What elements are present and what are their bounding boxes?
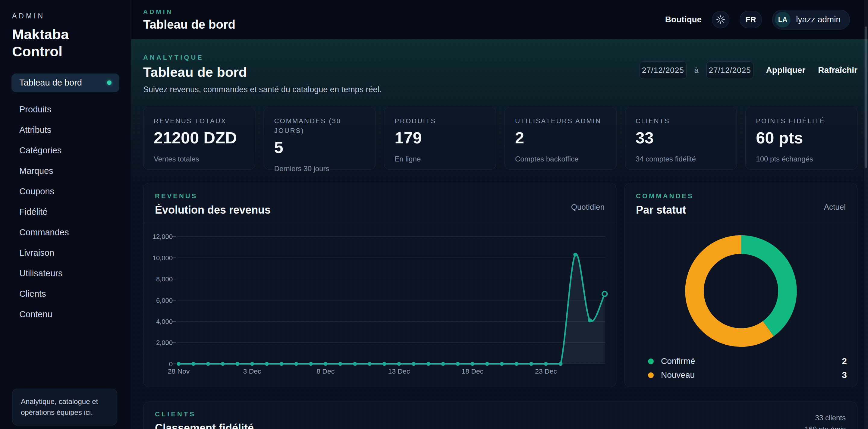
- orders-period-badge: Actuel: [824, 202, 846, 222]
- user-menu[interactable]: LA lyazz admin: [772, 10, 850, 30]
- stat-card: UTILISATEURS ADMIN2Comptes backoffice: [504, 107, 617, 170]
- dashboard-content: ANALYTIQUE Tableau de bord Suivez revenu…: [131, 39, 868, 429]
- legend-label: Nouveau: [661, 370, 695, 380]
- loyalty-eyebrow: CLIENTS: [155, 410, 390, 418]
- sidebar-item-tableau-de-bord[interactable]: Tableau de bord: [11, 73, 119, 92]
- svg-text:0: 0: [169, 360, 173, 368]
- stat-card: POINTS FIDÉLITÉ60 pts100 pts échangés: [745, 107, 858, 170]
- date-separator: à: [694, 66, 699, 75]
- sidebar-item-label: Commandes: [19, 227, 69, 237]
- sidebar-item-attributs[interactable]: Attributs: [11, 120, 119, 140]
- sidebar-item-label: Coupons: [19, 187, 54, 196]
- sidebar-brand: Maktaba Control: [12, 26, 90, 60]
- avatar: LA: [775, 12, 790, 27]
- charts-row: REVENUS Évolution des revenus Quotidien …: [143, 183, 858, 387]
- topbar-actions: Boutique FR LA lyazz admin: [665, 10, 850, 30]
- stat-subtitle: 34 comptes fidélité: [636, 155, 727, 163]
- svg-text:4,000: 4,000: [156, 318, 173, 325]
- sidebar-item-cat-gories[interactable]: Catégories: [11, 140, 119, 161]
- refresh-button[interactable]: Rafraîchir: [818, 65, 858, 75]
- scrollbar-thumb[interactable]: [865, 27, 867, 168]
- sidebar-note: Analytique, catalogue et opérations équi…: [12, 389, 117, 425]
- theme-toggle-button[interactable]: [712, 11, 730, 28]
- orders-panel: COMMANDES Par statut Actuel Confirmé2Nou…: [624, 183, 858, 387]
- svg-text:8,000: 8,000: [156, 275, 173, 283]
- sidebar-item-contenu[interactable]: Contenu: [11, 304, 119, 325]
- sun-icon: [716, 15, 725, 24]
- sidebar-item-fid-lit-[interactable]: Fidélité: [11, 202, 119, 222]
- stat-label: POINTS FIDÉLITÉ: [756, 116, 847, 126]
- sidebar-item-coupons[interactable]: Coupons: [11, 182, 119, 202]
- orders-heading: COMMANDES Par statut: [636, 192, 694, 222]
- revenue-granularity-badge: Quotidien: [571, 202, 604, 222]
- scrollbar: [864, 0, 868, 429]
- sidebar-item-utilisateurs[interactable]: Utilisateurs: [11, 263, 119, 284]
- stat-value: 60 pts: [756, 128, 847, 147]
- sidebar-item-label: Utilisateurs: [19, 268, 62, 278]
- sidebar-item-label: Contenu: [19, 309, 53, 319]
- stat-label: CLIENTS: [636, 116, 727, 126]
- topbar-eyebrow: ADMIN: [143, 8, 236, 15]
- legend-row-confirmé: Confirmé2: [648, 354, 847, 368]
- sidebar-item-label: Tableau de bord: [19, 78, 82, 88]
- revenue-eyebrow: REVENUS: [155, 192, 271, 200]
- orders-title: Par statut: [636, 204, 694, 216]
- svg-text:10,000: 10,000: [153, 254, 173, 262]
- stat-value: 33: [636, 128, 727, 147]
- sidebar-item-label: Attributs: [19, 125, 51, 135]
- store-link[interactable]: Boutique: [665, 15, 702, 24]
- revenue-panel-header: REVENUS Évolution des revenus Quotidien: [144, 183, 616, 222]
- sidebar-item-marques[interactable]: Marques: [11, 161, 119, 182]
- stat-subtitle: Derniers 30 jours: [274, 164, 365, 173]
- svg-text:8 Dec: 8 Dec: [316, 367, 335, 375]
- sidebar-item-label: Clients: [19, 289, 46, 299]
- date-controls: 27/12/2025 à 27/12/2025 Appliquer Rafraî…: [640, 62, 858, 79]
- orders-eyebrow: COMMANDES: [636, 192, 694, 200]
- sidebar-nav: Tableau de bordProduitsAttributsCatégori…: [12, 73, 119, 325]
- legend-row-nouveau: Nouveau3: [648, 368, 847, 382]
- stat-label: PRODUITS: [395, 116, 486, 126]
- orders-legend: Confirmé2Nouveau3: [624, 354, 857, 382]
- revenue-line-chart: 02,0004,0006,0008,00010,00012,00028 Nov3…: [144, 222, 616, 388]
- date-to-input[interactable]: 27/12/2025: [707, 62, 753, 79]
- svg-text:3 Dec: 3 Dec: [243, 367, 261, 375]
- loyalty-panel: CLIENTS Classement fidélité Suivez les m…: [143, 402, 858, 429]
- stat-value: 5: [274, 138, 365, 157]
- sidebar: ADMIN Maktaba Control Tableau de bordPro…: [0, 0, 131, 429]
- stat-subtitle: Comptes backoffice: [515, 155, 606, 163]
- stat-value: 2: [515, 128, 606, 147]
- svg-text:28 Nov: 28 Nov: [167, 367, 190, 375]
- stats-row: REVENUS TOTAUX21200 DZDVentes totalesCOM…: [143, 107, 858, 170]
- sidebar-item-livraison[interactable]: Livraison: [11, 243, 119, 263]
- page-title: Tableau de bord: [143, 18, 236, 31]
- sidebar-item-label: Marques: [19, 166, 53, 176]
- legend-dot: [648, 359, 654, 364]
- loyalty-points-issued: 160 pts émis: [805, 424, 846, 429]
- analytics-heading: ANALYTIQUE Tableau de bord Suivez revenu…: [143, 54, 381, 94]
- svg-text:2,000: 2,000: [156, 339, 173, 346]
- orders-panel-header: COMMANDES Par statut Actuel: [624, 183, 857, 222]
- main-area: ADMIN Tableau de bord Boutique FR LA: [131, 0, 868, 429]
- sidebar-item-commandes[interactable]: Commandes: [11, 222, 119, 243]
- apply-button[interactable]: Appliquer: [766, 65, 806, 75]
- sidebar-item-produits[interactable]: Produits: [11, 99, 119, 120]
- analytics-header: ANALYTIQUE Tableau de bord Suivez revenu…: [143, 54, 858, 94]
- stat-subtitle: En ligne: [395, 155, 486, 163]
- user-name: lyazz admin: [796, 15, 841, 24]
- revenue-panel: REVENUS Évolution des revenus Quotidien …: [143, 183, 616, 387]
- topbar: ADMIN Tableau de bord Boutique FR LA: [131, 0, 868, 39]
- language-button[interactable]: FR: [740, 11, 762, 28]
- loyalty-clients-count: 33 clients: [805, 412, 846, 424]
- stat-subtitle: 100 pts échangés: [756, 155, 847, 163]
- stat-label: REVENUS TOTAUX: [154, 116, 245, 126]
- loyalty-heading: CLIENTS Classement fidélité Suivez les m…: [155, 410, 390, 429]
- legend-value: 2: [842, 356, 847, 366]
- sidebar-item-label: Fidélité: [19, 207, 48, 217]
- sidebar-item-clients[interactable]: Clients: [11, 284, 119, 304]
- stat-value: 179: [395, 128, 486, 147]
- date-from-input[interactable]: 27/12/2025: [640, 62, 687, 79]
- analytics-title: Tableau de bord: [143, 64, 381, 80]
- orders-donut-chart: [624, 222, 857, 349]
- revenue-heading: REVENUS Évolution des revenus: [155, 192, 271, 222]
- legend-dot: [648, 372, 654, 378]
